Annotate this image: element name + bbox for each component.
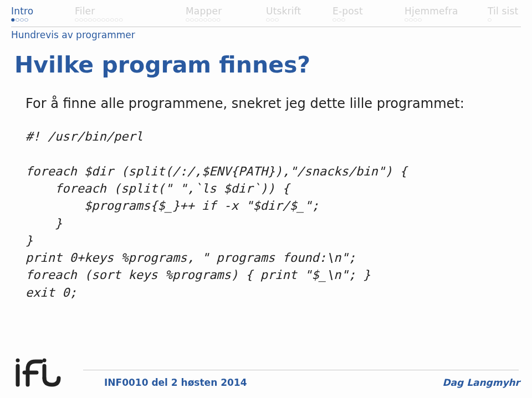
nav-label: Utskrift — [266, 6, 301, 17]
nav-label: Filer — [75, 6, 95, 17]
nav-progress-dots: ○○○○○○○○ — [186, 18, 221, 22]
nav-intro[interactable]: Intro ●○○○ — [11, 6, 75, 22]
code-block: #! /usr/bin/perl foreach $dir (split(/:/… — [0, 112, 532, 306]
nav-utskrift[interactable]: Utskrift ○○○ — [266, 6, 332, 22]
footer-author: Dag Langmyhr — [442, 377, 520, 388]
header-divider — [11, 27, 521, 27]
nav-label: Intro — [11, 6, 33, 17]
footer: INF0010 del 2 høsten 2014 Dag Langmyhr — [0, 358, 532, 388]
nav-progress-dots: ○ — [488, 18, 492, 22]
slide-title: Hvilke program finnes? — [0, 44, 532, 95]
svg-point-1 — [16, 359, 20, 363]
nav-progress-dots: ●○○○ — [11, 18, 29, 22]
nav-bar: Intro ●○○○ Filer ○○○○○○○○○○○ Mapper ○○○○… — [0, 0, 532, 23]
nav-mapper[interactable]: Mapper ○○○○○○○○ — [186, 6, 266, 22]
nav-label: Hjemmefra — [405, 6, 458, 17]
nav-progress-dots: ○○○○○○○○○○○ — [75, 18, 124, 22]
ifi-logo-icon — [12, 358, 62, 388]
nav-hjemmefra[interactable]: Hjemmefra ○○○○ — [405, 6, 488, 22]
nav-progress-dots: ○○○○ — [405, 18, 422, 22]
footer-course: INF0010 del 2 høsten 2014 — [82, 377, 442, 388]
intro-paragraph: For å finne alle programmene, snekret je… — [0, 95, 532, 112]
nav-label: Mapper — [186, 6, 222, 17]
nav-tilsist[interactable]: Til sist ○ — [488, 6, 521, 22]
nav-label: E-post — [332, 6, 363, 17]
nav-label: Til sist — [488, 6, 518, 17]
nav-progress-dots: ○○○ — [266, 18, 279, 22]
svg-point-4 — [43, 359, 47, 363]
nav-epost[interactable]: E-post ○○○ — [332, 6, 405, 22]
subsection-title: Hundrevis av programmer — [0, 29, 532, 44]
nav-filer[interactable]: Filer ○○○○○○○○○○○ — [75, 6, 186, 22]
nav-progress-dots: ○○○ — [332, 18, 346, 22]
